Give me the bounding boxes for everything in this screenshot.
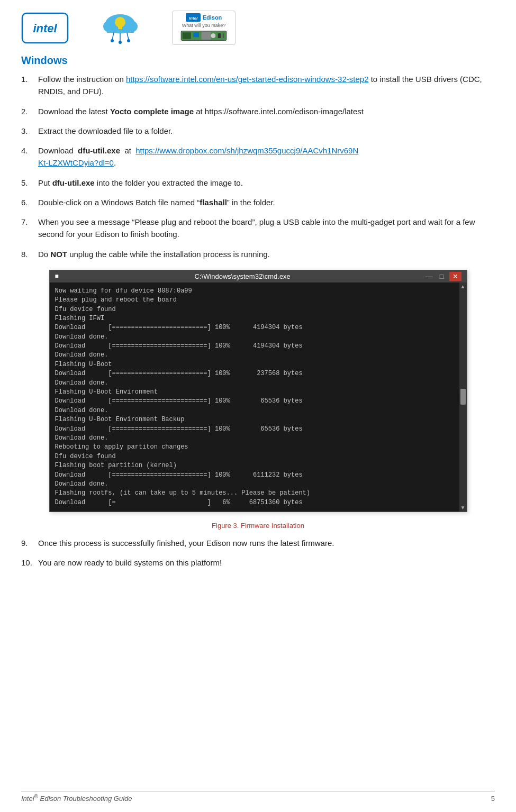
list-item: 2. Download the latest Yocto complete im… [21, 105, 495, 117]
list-item: 1. Follow the instruction on https://sof… [21, 73, 495, 98]
step-text: You are now ready to build systems on th… [38, 556, 495, 569]
cmd-titlebar-buttons: — □ ✕ [423, 272, 461, 281]
svg-point-13 [127, 39, 130, 42]
step-number: 2. [21, 105, 38, 117]
list-item: 4. Download dfu-util.exe at https://www.… [21, 144, 495, 169]
step-text: Extract the downloaded file to a folder. [38, 125, 495, 137]
brain-logo-icon [101, 11, 140, 45]
step-number: 10. [21, 556, 38, 569]
section-title: Windows [21, 54, 495, 67]
step-text: Put dfu-util.exe into the folder you ext… [38, 177, 495, 189]
bold-text: NOT [50, 250, 67, 259]
svg-text:intel: intel [33, 22, 57, 35]
cmd-close-button[interactable]: ✕ [449, 272, 461, 281]
step-text: Download dfu-util.exe at https://www.dro… [38, 144, 495, 169]
step-number: 6. [21, 196, 38, 208]
cmd-window: ■ C:\Windows\system32\cmd.exe — □ ✕ Now … [49, 270, 467, 512]
svg-text:intel: intel [188, 16, 197, 21]
step-number: 3. [21, 125, 38, 137]
step-text: When you see a message “Please plug and … [38, 216, 495, 241]
bold-text: flashall [200, 198, 227, 207]
cmd-titlebar: ■ C:\Windows\system32\cmd.exe — □ ✕ [50, 270, 467, 282]
list-item: 8. Do NOT unplug the cable while the ins… [21, 248, 495, 260]
cmd-icon: ■ [55, 272, 59, 280]
list-item: 6. Double-click on a Windows Batch file … [21, 196, 495, 208]
bold-text: dfu-util.exe [52, 178, 95, 187]
step-number: 7. [21, 216, 38, 241]
svg-point-11 [111, 39, 114, 42]
cmd-body: Now waiting for dfu device 8087:0a99 Ple… [50, 282, 459, 512]
bold-text: Yocto complete image [110, 107, 194, 116]
bold-text: dfu-util.exe [78, 146, 120, 155]
steps-list: 1. Follow the instruction on https://sof… [21, 73, 495, 260]
step-number: 9. [21, 537, 38, 549]
steps-after-list: 9. Once this process is successfully fin… [21, 537, 495, 569]
cmd-maximize-button[interactable]: □ [438, 272, 446, 280]
svg-rect-22 [223, 33, 224, 38]
list-item: 3. Extract the downloaded file to a fold… [21, 125, 495, 137]
page-header: intel intel [21, 11, 495, 45]
svg-rect-18 [193, 32, 199, 37]
step-text: Do NOT unplug the cable while the instal… [38, 248, 495, 260]
list-item: 10. You are now ready to build systems o… [21, 556, 495, 569]
step-text: Double-click on a Windows Batch file nam… [38, 196, 495, 208]
svg-rect-17 [183, 32, 191, 39]
step-text: Once this process is successfully finish… [38, 537, 495, 549]
svg-point-20 [211, 33, 215, 38]
cmd-minimize-button[interactable]: — [423, 272, 434, 280]
step-number: 8. [21, 248, 38, 260]
svg-rect-19 [202, 32, 211, 39]
page-footer: Intel® Edison Troubleshooting Guide 5 [21, 791, 495, 802]
step1-link[interactable]: https://software.intel.com/en-us/get-sta… [126, 75, 369, 84]
figure-caption: Figure 3. Firmware Installation [21, 522, 495, 530]
svg-rect-21 [218, 33, 221, 38]
cmd-scrollbar[interactable]: ▲ ▼ [459, 282, 467, 512]
svg-line-10 [127, 33, 129, 40]
step-number: 1. [21, 73, 38, 98]
step-text: Follow the instruction on https://softwa… [38, 73, 495, 98]
page-number: 5 [491, 795, 495, 802]
svg-line-8 [112, 33, 114, 40]
main-content: 1. Follow the instruction on https://sof… [21, 73, 495, 569]
list-item: 9. Once this process is successfully fin… [21, 537, 495, 549]
step-text: Download the latest Yocto complete image… [38, 105, 495, 117]
step-number: 4. [21, 144, 38, 169]
cmd-content-area: Now waiting for dfu device 8087:0a99 Ple… [50, 282, 459, 512]
list-item: 7. When you see a message “Please plug a… [21, 216, 495, 241]
cmd-content-wrapper: Now waiting for dfu device 8087:0a99 Ple… [50, 282, 467, 512]
footer-left: Intel® Edison Troubleshooting Guide [21, 793, 132, 802]
intel-logo-icon: intel [21, 12, 69, 44]
header-logos: intel intel [21, 11, 236, 45]
cmd-title: C:\Windows\system32\cmd.exe [62, 272, 423, 280]
step-number: 5. [21, 177, 38, 189]
svg-point-12 [119, 41, 122, 44]
svg-point-6 [115, 17, 125, 28]
list-item: 5. Put dfu-util.exe into the folder you … [21, 177, 495, 189]
edison-logo-icon: intel Edison What will you make? [172, 11, 236, 45]
svg-rect-7 [118, 26, 122, 29]
